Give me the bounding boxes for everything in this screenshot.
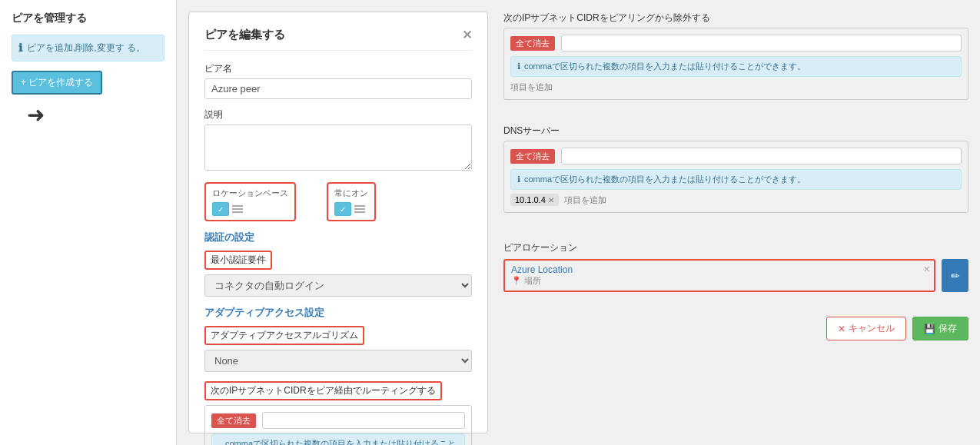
location-sub-text: 場所 <box>524 275 541 287</box>
exclude-info-bar: ℹ commaで区切られた複数の項目を入力または貼り付けることができます。 <box>510 56 962 77</box>
save-label: 保存 <box>938 322 957 335</box>
location-base-toggle-group: ロケーションベース ✓ <box>204 182 296 221</box>
dns-info-text: commaで区切られた複数の項目を入力または貼り付けることができます。 <box>524 174 806 185</box>
panel-footer: ✕ キャンセル 💾 保存 <box>503 317 968 340</box>
edit-panel-title: ピアを編集する ✕ <box>204 28 472 51</box>
cidr-info-bar: ℹ commaで区切られた複数の項目を入力または貼り付けることができます。 <box>211 433 465 445</box>
description-input[interactable] <box>204 125 472 171</box>
location-base-switch: ✓ <box>212 202 288 216</box>
adaptive-section-heading: アダプティブアクセス設定 <box>204 306 472 320</box>
adaptive-algo-select[interactable]: None <box>204 350 472 372</box>
save-button[interactable]: 💾 保存 <box>912 317 968 340</box>
toggle-row: ロケーションベース ✓ 常にオン ✓ <box>204 182 472 221</box>
dns-tag-remove[interactable]: ✕ <box>548 196 554 204</box>
save-icon: 💾 <box>924 324 935 334</box>
peer-location-section: ピアロケーション Azure Location 📍 場所 ✕ ✏ <box>503 241 968 292</box>
description-label: 説明 <box>204 108 472 121</box>
dns-search-input[interactable] <box>561 148 962 164</box>
dns-clear-all-button[interactable]: 全て消去 <box>510 149 555 164</box>
edit-peer-panel: ピアを編集する ✕ ピア名 説明 ロケーションベース ✓ <box>188 12 488 433</box>
always-on-on[interactable]: ✓ <box>334 202 351 216</box>
close-icon[interactable]: ✕ <box>462 28 472 42</box>
cancel-label: キャンセル <box>849 322 895 335</box>
min-auth-select[interactable]: コネクタの自動ログイン <box>204 274 472 297</box>
location-base-bars[interactable] <box>232 205 243 213</box>
right-panel: 次のIPサブネットCIDRをピアリングから除外する 全て消去 ℹ commaで区… <box>488 12 968 433</box>
always-on-toggle-group: 常にオン ✓ <box>327 182 376 221</box>
min-auth-group: 最小認証要件 コネクタの自動ログイン <box>204 251 472 297</box>
peer-name-input[interactable] <box>204 78 472 99</box>
cidr-routing-section: 全て消去 ℹ commaで区切られた複数の項目を入力または貼り付けることができま… <box>204 405 472 445</box>
cidr-routing-group: 次のIPサブネットCIDRをピア経由でルーティングする 全て消去 ℹ comma… <box>204 381 472 445</box>
arrow-area: ➜ <box>12 102 164 128</box>
dns-info-icon: ℹ <box>517 174 520 184</box>
exclude-add-item[interactable]: 項目を追加 <box>510 82 553 91</box>
location-input-box: Azure Location 📍 場所 ✕ <box>503 259 935 292</box>
sidebar-info: ℹ ピアを追加,削除,変更す る。 <box>12 35 164 61</box>
dns-tag-value: 10.1.0.4 <box>515 195 546 204</box>
cidr-header: 全て消去 <box>211 412 465 429</box>
dns-info-bar: ℹ commaで区切られた複数の項目を入力または貼り付けることができます。 <box>510 169 962 190</box>
exclude-info-icon: ℹ <box>517 61 520 71</box>
location-pin-icon: 📍 <box>511 276 522 286</box>
exclude-info-text: commaで区切られた複数の項目を入力または貼り付けることができます。 <box>524 61 806 72</box>
cidr-clear-all-button[interactable]: 全て消去 <box>211 413 256 428</box>
sidebar-info-text: ピアを追加,削除,変更す る。 <box>27 42 145 55</box>
location-edit-button[interactable]: ✏ <box>942 259 968 292</box>
exclude-cidr-header: 全て消去 <box>510 35 962 51</box>
cidr-routing-label: 次のIPサブネットCIDRをピア経由でルーティングする <box>204 381 442 400</box>
dns-tags: 10.1.0.4 ✕ 項目を追加 <box>510 194 962 206</box>
auth-section-heading: 認証の設定 <box>204 231 472 244</box>
always-on-label: 常にオン <box>334 188 368 199</box>
cancel-icon: ✕ <box>838 324 845 334</box>
info-icon: ℹ <box>18 42 22 54</box>
arrow-icon: ➜ <box>27 102 45 128</box>
exclude-cidr-label: 次のIPサブネットCIDRをピアリングから除外する <box>503 12 968 25</box>
cidr-info-text: commaで区切られた複数の項目を入力または貼り付けることができます。 <box>225 438 458 445</box>
sidebar-title: ピアを管理する <box>12 12 164 25</box>
adaptive-algo-group: アダプティブアクセスアルゴリズム None <box>204 326 472 372</box>
location-base-label: ロケーションベース <box>212 188 288 199</box>
create-peer-button[interactable]: + ピアを作成する <box>12 71 102 95</box>
adaptive-algo-label: アダプティブアクセスアルゴリズム <box>204 326 364 345</box>
location-name: Azure Location <box>511 264 928 275</box>
peer-location-label: ピアロケーション <box>503 241 968 254</box>
main-content: ピアを編集する ✕ ピア名 説明 ロケーションベース ✓ <box>177 0 980 445</box>
cidr-search-input[interactable] <box>262 412 465 429</box>
dns-label: DNSサーバー <box>503 125 968 138</box>
dns-add-item[interactable]: 項目を追加 <box>564 195 606 204</box>
exclude-add-row: 項目を追加 <box>510 81 962 93</box>
exclude-clear-all-button[interactable]: 全て消去 <box>510 36 555 51</box>
exclude-cidr-section: 全て消去 ℹ commaで区切られた複数の項目を入力または貼り付けることができま… <box>503 28 968 100</box>
peer-location-row: Azure Location 📍 場所 ✕ ✏ <box>503 259 968 292</box>
min-auth-label: 最小認証要件 <box>204 251 272 270</box>
dns-tag: 10.1.0.4 ✕ <box>510 194 559 206</box>
dns-section: 全て消去 ℹ commaで区切られた複数の項目を入力または貼り付けることができま… <box>503 141 968 213</box>
exclude-search-input[interactable] <box>561 35 962 51</box>
always-on-switch: ✓ <box>334 202 368 216</box>
always-on-bars[interactable] <box>354 205 365 213</box>
peer-name-group: ピア名 <box>204 62 472 99</box>
peer-name-label: ピア名 <box>204 62 472 75</box>
location-base-on[interactable]: ✓ <box>212 202 229 216</box>
right-sections: 次のIPサブネットCIDRをピアリングから除外する 全て消去 ℹ commaで区… <box>503 12 968 340</box>
dns-group: DNSサーバー 全て消去 ℹ commaで区切られた複数の項目を入力または貼り付… <box>503 125 968 219</box>
sidebar: ピアを管理する ℹ ピアを追加,削除,変更す る。 + ピアを作成する ➜ <box>0 0 177 445</box>
location-sub: 📍 場所 <box>511 275 928 287</box>
exclude-cidr-group: 次のIPサブネットCIDRをピアリングから除外する 全て消去 ℹ commaで区… <box>503 12 968 106</box>
description-group: 説明 <box>204 108 472 173</box>
dns-header: 全て消去 <box>510 148 962 164</box>
cancel-button[interactable]: ✕ キャンセル <box>826 317 906 340</box>
location-remove-icon[interactable]: ✕ <box>923 264 930 274</box>
